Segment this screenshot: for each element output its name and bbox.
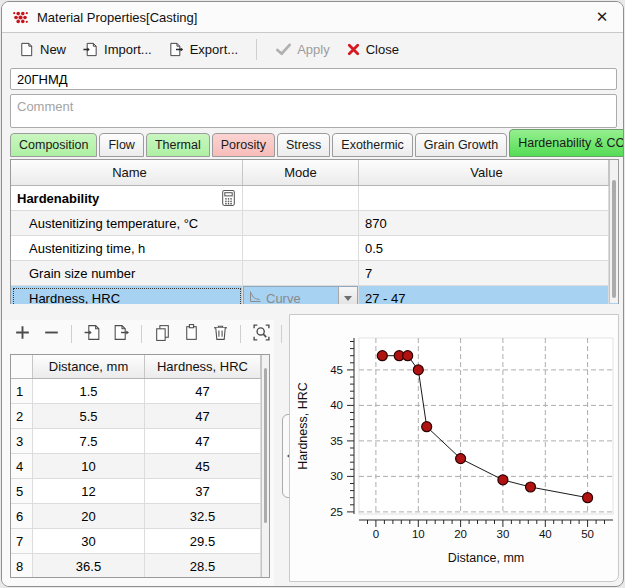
property-row-hardenability[interactable]: Hardenability xyxy=(11,186,618,211)
property-value-cell[interactable]: 0.5 xyxy=(359,236,609,260)
points-scrollbar-thumb[interactable] xyxy=(264,368,267,523)
tab-thermal[interactable]: Thermal xyxy=(146,133,210,157)
hardness-cell[interactable]: 47 xyxy=(145,404,261,428)
main-toolbar: New Import... Export... Apply Close xyxy=(2,33,623,66)
property-mode-cell[interactable] xyxy=(243,236,359,260)
points-table-row[interactable]: 51237 xyxy=(11,479,269,504)
import-button[interactable] xyxy=(82,324,102,344)
property-mode-cell[interactable] xyxy=(243,186,359,210)
svg-text:50: 50 xyxy=(581,528,594,540)
points-toolbar xyxy=(12,324,312,344)
svg-text:Distance, mm: Distance, mm xyxy=(448,551,524,565)
points-table-row[interactable]: 41045 xyxy=(11,454,269,479)
header-row-number xyxy=(11,355,33,378)
import-icon xyxy=(82,41,99,58)
hardness-cell[interactable]: 32.5 xyxy=(145,504,261,528)
zoom-fit-button[interactable] xyxy=(251,324,271,344)
properties-scrollbar[interactable] xyxy=(609,160,618,303)
property-name: Austenitizing time, h xyxy=(29,241,145,256)
properties-table-header: Name Mode Value xyxy=(11,160,618,186)
row-number: 8 xyxy=(11,554,33,578)
distance-cell[interactable]: 10 xyxy=(33,454,145,478)
svg-text:Hardness, HRC: Hardness, HRC xyxy=(296,382,310,470)
apply-button[interactable]: Apply xyxy=(267,37,338,62)
distance-cell[interactable]: 30 xyxy=(33,529,145,553)
close-button-label: Close xyxy=(366,42,399,57)
points-scrollbar[interactable] xyxy=(261,355,269,577)
hardness-cell[interactable]: 28.5 xyxy=(145,554,261,578)
property-mode-cell[interactable] xyxy=(243,211,359,235)
hardness-cell[interactable]: 37 xyxy=(145,479,261,503)
distance-cell[interactable]: 1.5 xyxy=(33,379,145,403)
hardness-cell[interactable]: 47 xyxy=(145,379,261,403)
property-mode-cell[interactable] xyxy=(243,261,359,285)
hardness-cell[interactable]: 47 xyxy=(145,429,261,453)
hardness-cell[interactable]: 45 xyxy=(145,454,261,478)
property-value-cell[interactable] xyxy=(359,186,609,210)
property-name-cell[interactable]: Austenitizing temperature, °C xyxy=(11,211,243,235)
material-name-input[interactable] xyxy=(10,68,617,90)
header-mode[interactable]: Mode xyxy=(243,160,359,185)
points-table-row[interactable]: 11.547 xyxy=(11,379,269,404)
points-table-row[interactable]: 25.547 xyxy=(11,404,269,429)
property-value-cell[interactable]: 7 xyxy=(359,261,609,285)
comment-input[interactable] xyxy=(10,94,617,128)
points-table-row[interactable]: 836.528.5 xyxy=(11,554,269,578)
property-name-cell[interactable]: Austenitizing time, h xyxy=(11,236,243,260)
chevron-down-icon xyxy=(344,296,352,301)
svg-text:35: 35 xyxy=(330,435,343,447)
tab-exothermic[interactable]: Exothermic xyxy=(332,133,413,157)
close-button[interactable]: Close xyxy=(338,38,407,61)
distance-cell[interactable]: 36.5 xyxy=(33,554,145,578)
svg-text:20: 20 xyxy=(454,528,467,540)
header-name[interactable]: Name xyxy=(11,160,243,185)
header-hardness[interactable]: Hardness, HRC xyxy=(145,355,261,378)
row-number: 3 xyxy=(11,429,33,453)
add-button[interactable] xyxy=(12,324,32,344)
property-row-austenitizing-temperature-c[interactable]: Austenitizing temperature, °C870 xyxy=(11,211,618,236)
remove-button[interactable] xyxy=(41,324,61,344)
hardness-cell[interactable]: 29.5 xyxy=(145,529,261,553)
tab-porosity[interactable]: Porosity xyxy=(212,133,275,157)
export-button-label: Export... xyxy=(190,42,238,57)
new-button[interactable]: New xyxy=(10,37,74,62)
export-button[interactable]: Export... xyxy=(160,37,246,62)
copy-button[interactable] xyxy=(152,324,172,344)
property-row-grain-size-number[interactable]: Grain size number7 xyxy=(11,261,618,286)
tab-composition[interactable]: Composition xyxy=(10,133,97,157)
export-button[interactable] xyxy=(111,324,131,344)
property-value-cell[interactable]: 870 xyxy=(359,211,609,235)
tab-stress[interactable]: Stress xyxy=(277,133,330,157)
property-name-cell[interactable]: Hardenability xyxy=(11,186,243,210)
distance-cell[interactable]: 20 xyxy=(33,504,145,528)
header-distance[interactable]: Distance, mm xyxy=(33,355,145,378)
property-name: Austenitizing temperature, °C xyxy=(29,216,198,231)
paste-button[interactable] xyxy=(181,324,201,344)
row-number: 6 xyxy=(11,504,33,528)
tab-grain-growth[interactable]: Grain Growth xyxy=(415,133,507,157)
points-table-row[interactable]: 62032.5 xyxy=(11,504,269,529)
header-value[interactable]: Value xyxy=(359,160,609,185)
tab-hardenability-cct[interactable]: Hardenability & CCT xyxy=(509,129,624,157)
row-number: 2 xyxy=(11,404,33,428)
distance-cell[interactable]: 12 xyxy=(33,479,145,503)
toolbar-separator xyxy=(141,325,142,343)
calculator-icon[interactable] xyxy=(220,189,237,210)
window-close-button[interactable]: ✕ xyxy=(587,3,617,30)
distance-cell[interactable]: 5.5 xyxy=(33,404,145,428)
remove-icon xyxy=(42,323,61,346)
tab-flow[interactable]: Flow xyxy=(99,133,143,157)
title-bar[interactable]: Material Properties[Casting] ✕ xyxy=(2,2,623,33)
property-name-cell[interactable]: Grain size number xyxy=(11,261,243,285)
points-rows: 11.54725.54737.547410455123762032.573029… xyxy=(11,379,269,578)
copy-icon xyxy=(153,323,172,346)
import-button[interactable]: Import... xyxy=(74,37,160,62)
points-table-row[interactable]: 73029.5 xyxy=(11,529,269,554)
delete-button[interactable] xyxy=(210,324,230,344)
toolbar-separator xyxy=(240,325,241,343)
points-table-row[interactable]: 37.547 xyxy=(11,429,269,454)
property-row-austenitizing-time-h[interactable]: Austenitizing time, h0.5 xyxy=(11,236,618,261)
export-icon xyxy=(168,41,185,58)
properties-scrollbar-thumb[interactable] xyxy=(612,180,616,298)
distance-cell[interactable]: 7.5 xyxy=(33,429,145,453)
